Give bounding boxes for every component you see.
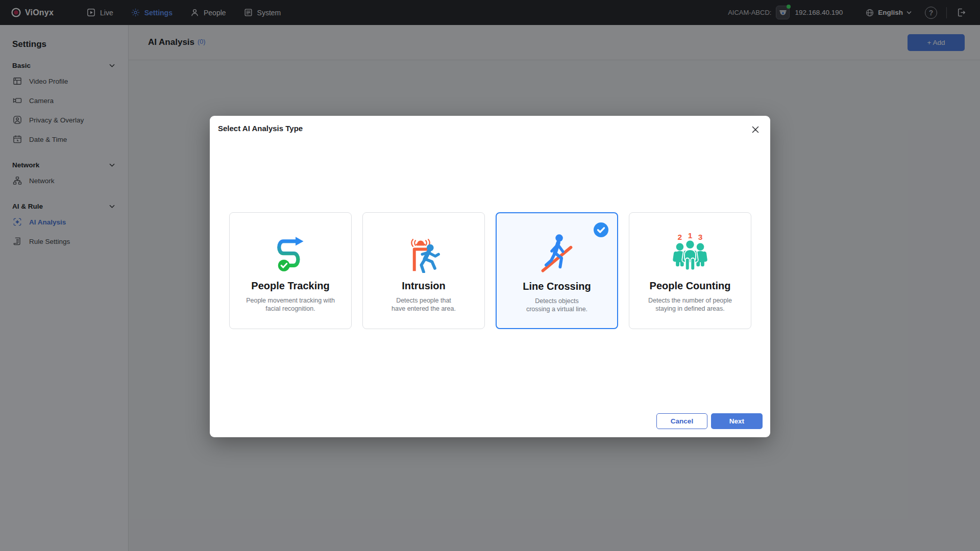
- analysis-type-cards: People Tracking People movement tracking…: [229, 212, 751, 329]
- card-title: People Tracking: [251, 280, 329, 292]
- modal-title: Select AI Analysis Type: [218, 124, 303, 133]
- line-crossing-walker-icon: [533, 227, 580, 273]
- card-people-counting[interactable]: 2 1 3: [629, 212, 751, 329]
- card-description: People movement tracking with facial rec…: [246, 296, 335, 313]
- select-ai-analysis-modal: Select AI Analysis Type Peopl: [210, 116, 770, 437]
- card-description: Detects objects crossing a virtual line.: [526, 297, 587, 313]
- selected-check-icon: [594, 222, 608, 237]
- intrusion-runner-icon: [400, 226, 447, 273]
- people-tracking-path-icon: [267, 226, 314, 273]
- close-icon[interactable]: [748, 122, 763, 137]
- card-title: Line Crossing: [523, 281, 591, 292]
- card-title: Intrusion: [402, 280, 446, 292]
- card-intrusion[interactable]: Intrusion Detects people that have enter…: [362, 212, 485, 329]
- card-people-tracking[interactable]: People Tracking People movement tracking…: [229, 212, 352, 329]
- card-description: Detects people that have entered the are…: [391, 296, 456, 313]
- next-button[interactable]: Next: [711, 413, 763, 429]
- card-title: People Counting: [650, 280, 731, 292]
- card-line-crossing[interactable]: Line Crossing Detects objects crossing a…: [496, 212, 618, 329]
- card-description: Detects the number of people staying in …: [648, 296, 732, 313]
- count-number: 3: [698, 233, 703, 241]
- count-number: 2: [678, 233, 682, 241]
- people-counting-icon: 2 1 3: [667, 226, 714, 273]
- count-number: 1: [688, 231, 693, 240]
- cancel-button[interactable]: Cancel: [656, 413, 707, 429]
